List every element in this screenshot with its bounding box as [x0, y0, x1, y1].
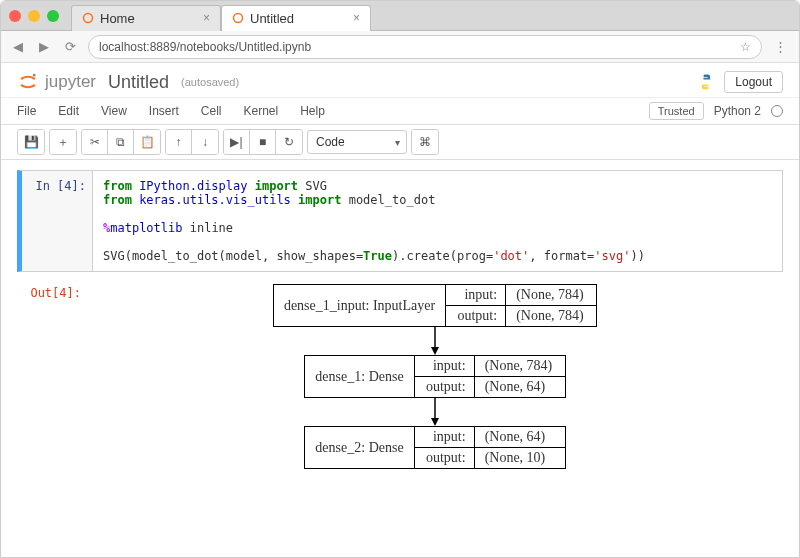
- maximize-window-button[interactable]: [47, 10, 59, 22]
- forward-button[interactable]: ▶: [35, 39, 53, 54]
- notebook-header: jupyter Untitled (autosaved) Logout: [1, 63, 799, 98]
- tab-title: Home: [100, 11, 135, 26]
- code-input[interactable]: from IPython.display import SVG from ker…: [92, 171, 782, 271]
- notebook-title[interactable]: Untitled: [108, 72, 169, 93]
- io-label: output:: [446, 306, 506, 326]
- python-icon: [696, 72, 716, 92]
- svg-point-0: [84, 14, 93, 23]
- cut-button[interactable]: ✂: [82, 130, 108, 154]
- layer-name: dense_2: Dense: [305, 427, 414, 468]
- layer-name: dense_1_input: InputLayer: [274, 285, 446, 326]
- io-label: input:: [415, 356, 475, 376]
- kernel-name[interactable]: Python 2: [714, 104, 761, 118]
- input-prompt: In [4]:: [22, 171, 92, 271]
- diagram-layer: dense_1: Denseinput:(None, 784)output:(N…: [304, 355, 565, 398]
- notebook-toolbar: 💾 ＋ ✂ ⧉ 📋 ↑ ↓ ▶| ■ ↻ Code ⌘: [1, 125, 799, 160]
- interrupt-button[interactable]: ■: [250, 130, 276, 154]
- jupyter-icon: [232, 12, 244, 24]
- menu-edit[interactable]: Edit: [58, 104, 79, 118]
- trusted-indicator[interactable]: Trusted: [649, 102, 704, 120]
- window-controls: [9, 10, 71, 22]
- url-text: localhost:8889/notebooks/Untitled.ipynb: [99, 40, 311, 54]
- paste-button[interactable]: 📋: [134, 130, 160, 154]
- menu-insert[interactable]: Insert: [149, 104, 179, 118]
- move-down-button[interactable]: ↓: [192, 130, 218, 154]
- io-label: output:: [415, 377, 475, 397]
- minimize-window-button[interactable]: [28, 10, 40, 22]
- notebook-menubar: File Edit View Insert Cell Kernel Help T…: [1, 98, 799, 125]
- reload-button[interactable]: ⟳: [61, 39, 80, 54]
- autosave-status: (autosaved): [181, 76, 239, 88]
- close-window-button[interactable]: [9, 10, 21, 22]
- notebook-area[interactable]: In [4]: from IPython.display import SVG …: [1, 160, 799, 556]
- command-palette-button[interactable]: ⌘: [412, 130, 438, 154]
- svg-marker-4: [431, 347, 439, 355]
- menu-view[interactable]: View: [101, 104, 127, 118]
- output-shape: (None, 10): [475, 448, 565, 468]
- tab-title: Untitled: [250, 11, 294, 26]
- logout-button[interactable]: Logout: [724, 71, 783, 93]
- menu-kernel[interactable]: Kernel: [244, 104, 279, 118]
- browser-window: Home × Untitled × ◀ ▶ ⟳ localhost:8889/n…: [0, 0, 800, 558]
- restart-button[interactable]: ↻: [276, 130, 302, 154]
- save-button[interactable]: 💾: [18, 130, 44, 154]
- menu-icon[interactable]: ⋮: [770, 39, 791, 54]
- menu-cell[interactable]: Cell: [201, 104, 222, 118]
- io-label: output:: [415, 448, 475, 468]
- diagram-layer: dense_2: Denseinput:(None, 64)output:(No…: [304, 426, 565, 469]
- io-label: input:: [415, 427, 475, 447]
- code-cell[interactable]: In [4]: from IPython.display import SVG …: [17, 170, 783, 272]
- jupyter-logo[interactable]: jupyter: [17, 71, 96, 93]
- jupyter-brand: jupyter: [45, 72, 96, 92]
- output-area: Out[4]: dense_1_input: InputLayerinput:(…: [17, 278, 783, 481]
- browser-tab-notebook[interactable]: Untitled ×: [221, 5, 371, 31]
- diagram-layer: dense_1_input: InputLayerinput:(None, 78…: [273, 284, 597, 327]
- run-button[interactable]: ▶|: [224, 130, 250, 154]
- browser-address-bar: ◀ ▶ ⟳ localhost:8889/notebooks/Untitled.…: [1, 31, 799, 63]
- bookmark-icon[interactable]: ☆: [740, 40, 751, 54]
- menu-file[interactable]: File: [17, 104, 36, 118]
- move-up-button[interactable]: ↑: [166, 130, 192, 154]
- input-shape: (None, 64): [475, 427, 565, 447]
- output-prompt: Out[4]:: [17, 278, 87, 481]
- arrow-down-icon: [429, 327, 441, 355]
- url-input[interactable]: localhost:8889/notebooks/Untitled.ipynb …: [88, 35, 762, 59]
- arrow-down-icon: [429, 398, 441, 426]
- close-tab-icon[interactable]: ×: [353, 11, 360, 25]
- model-diagram: dense_1_input: InputLayerinput:(None, 78…: [93, 284, 777, 469]
- output-shape: (None, 784): [506, 306, 596, 326]
- browser-tab-home[interactable]: Home ×: [71, 5, 221, 31]
- input-shape: (None, 784): [475, 356, 565, 376]
- svg-point-1: [234, 14, 243, 23]
- cell-type-select[interactable]: Code: [307, 130, 407, 154]
- svg-marker-6: [431, 418, 439, 426]
- layer-name: dense_1: Dense: [305, 356, 414, 397]
- add-cell-button[interactable]: ＋: [50, 130, 76, 154]
- input-shape: (None, 784): [506, 285, 596, 305]
- browser-tabbar: Home × Untitled ×: [1, 1, 799, 31]
- io-label: input:: [446, 285, 506, 305]
- jupyter-icon: [82, 12, 94, 24]
- copy-button[interactable]: ⧉: [108, 130, 134, 154]
- back-button[interactable]: ◀: [9, 39, 27, 54]
- output-shape: (None, 64): [475, 377, 565, 397]
- jupyter-icon: [17, 71, 39, 93]
- svg-point-2: [33, 74, 36, 77]
- kernel-status-icon: [771, 105, 783, 117]
- close-tab-icon[interactable]: ×: [203, 11, 210, 25]
- menu-help[interactable]: Help: [300, 104, 325, 118]
